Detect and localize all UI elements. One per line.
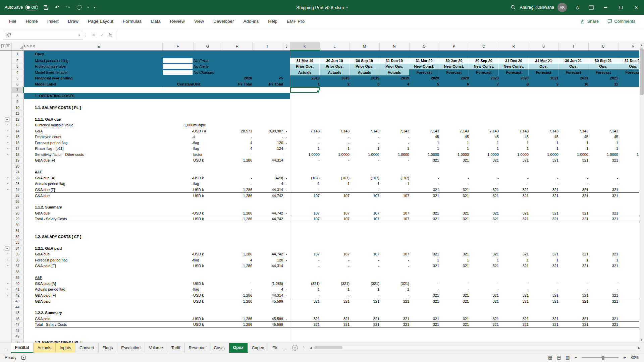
cell-K3[interactable]: Prior Ops. xyxy=(290,64,320,70)
cell-F23[interactable]: - xyxy=(162,181,193,187)
cell-M20[interactable] xyxy=(350,163,379,169)
cell-E39[interactable]: A&F xyxy=(35,275,162,281)
row-header-44[interactable]: 44 xyxy=(11,304,23,310)
cell-L38[interactable] xyxy=(320,269,350,275)
cell-L4[interactable]: Actuals xyxy=(320,69,350,75)
sheet-tab-escalation[interactable]: Escalation xyxy=(117,343,145,353)
cell-S29[interactable]: 321 xyxy=(529,216,558,222)
cell-G16[interactable]: flag xyxy=(193,140,222,146)
cell-O24[interactable]: 321 xyxy=(409,187,439,193)
cell-N34[interactable] xyxy=(379,245,409,251)
cell-H40[interactable]: - xyxy=(222,281,252,287)
cell-O33[interactable] xyxy=(409,240,439,246)
cell-E20[interactable] xyxy=(35,163,162,169)
cell-M25[interactable]: 107 xyxy=(350,193,379,199)
cell-E4[interactable]: Model timeline label xyxy=(35,69,162,75)
cell-Q32[interactable] xyxy=(469,234,499,240)
cell-F37[interactable] xyxy=(162,263,193,269)
column-header-G[interactable]: G xyxy=(193,42,222,50)
cell-O38[interactable] xyxy=(409,269,439,275)
cell-S47[interactable]: 321 xyxy=(529,322,558,328)
cell-I43[interactable]: 45,599 xyxy=(252,298,283,304)
cell-F17[interactable]: - xyxy=(162,146,193,152)
cell-G44[interactable] xyxy=(193,304,222,310)
cell-J15[interactable]: - xyxy=(283,134,290,140)
cell-ABCD12[interactable] xyxy=(23,116,35,122)
cell-N6[interactable]: 4 xyxy=(379,81,409,87)
cell-T20[interactable] xyxy=(558,163,588,169)
cell-L44[interactable] xyxy=(320,304,350,310)
cell-O41[interactable]: - xyxy=(409,287,439,293)
sheet-tab-finstat[interactable]: FinStat xyxy=(11,343,34,353)
row-header-18[interactable]: 18 xyxy=(11,152,23,158)
cell-R46[interactable]: 321 xyxy=(499,316,529,322)
cell-G5[interactable] xyxy=(193,75,222,81)
cell-ABCD23[interactable] xyxy=(23,181,35,187)
cell-I12[interactable] xyxy=(252,116,283,122)
cell-G22[interactable]: USD k xyxy=(193,175,222,181)
cell-G50[interactable] xyxy=(193,339,222,343)
cell-M4[interactable]: Actuals xyxy=(350,69,379,75)
cell-E36[interactable]: Forecast period flag xyxy=(35,257,162,263)
cell-R32[interactable] xyxy=(499,234,529,240)
cell-R40[interactable]: - xyxy=(499,281,529,287)
cell-I25[interactable]: 44,742 xyxy=(252,193,283,199)
cell-O17[interactable]: 1 xyxy=(409,146,439,152)
cell-Q19[interactable]: 321 xyxy=(469,158,499,164)
cell-H45[interactable] xyxy=(222,310,252,316)
row-header-22[interactable]: 22 xyxy=(11,175,23,181)
cell-E40[interactable]: G&A paid [A] xyxy=(35,281,162,287)
close-button[interactable]: × xyxy=(629,0,644,15)
cell-F45[interactable] xyxy=(162,310,193,316)
cell-G13[interactable]: multiple xyxy=(193,122,222,128)
cell-L46[interactable]: 321 xyxy=(320,316,350,322)
cell-N28[interactable]: 107 xyxy=(379,210,409,216)
cell-H3[interactable] xyxy=(222,64,252,70)
cell-J22[interactable]: - xyxy=(283,175,290,181)
cell-U21[interactable] xyxy=(588,169,618,175)
name-box[interactable]: K7 ▾ xyxy=(3,31,83,40)
row-header-34[interactable]: 34 xyxy=(11,245,23,251)
cell-U43[interactable]: 321 xyxy=(588,298,618,304)
cell-I20[interactable] xyxy=(252,163,283,169)
cell-V12[interactable] xyxy=(618,116,639,122)
cell-H19[interactable]: 1,286 xyxy=(222,158,252,164)
cell-U27[interactable] xyxy=(588,204,618,210)
cell-ABCD39[interactable] xyxy=(23,275,35,281)
cell-L15[interactable]: - xyxy=(320,134,350,140)
row-header-24[interactable]: 24 xyxy=(11,187,23,193)
cell-Q40[interactable]: - xyxy=(469,281,499,287)
cell-T33[interactable] xyxy=(558,240,588,246)
cell-J40[interactable]: - xyxy=(283,281,290,287)
cell-P17[interactable]: 1 xyxy=(439,146,469,152)
cell-V13[interactable] xyxy=(618,122,639,128)
cell-U17[interactable]: 1 xyxy=(588,146,618,152)
cell-M32[interactable] xyxy=(350,234,379,240)
row-header-26[interactable]: 26 xyxy=(11,198,23,204)
cell-O6[interactable]: 5 xyxy=(409,81,439,87)
cell-I42[interactable]: 44,314 xyxy=(252,292,283,298)
cell-O39[interactable] xyxy=(409,275,439,281)
cell-L41[interactable]: 1 xyxy=(320,287,350,293)
cell-N39[interactable] xyxy=(379,275,409,281)
cell-P37[interactable]: 321 xyxy=(439,263,469,269)
cell-J31[interactable] xyxy=(283,228,290,234)
cell-P31[interactable] xyxy=(439,228,469,234)
cell-U9[interactable] xyxy=(588,99,618,105)
cell-T46[interactable]: 321 xyxy=(558,316,588,322)
cell-G43[interactable]: USD k xyxy=(193,298,222,304)
cell-H7[interactable] xyxy=(222,87,252,93)
cell-M37[interactable]: - xyxy=(350,263,379,269)
row-header-36[interactable]: 36 xyxy=(11,257,23,263)
cell-I7[interactable] xyxy=(252,87,283,93)
cell-O37[interactable]: 321 xyxy=(409,263,439,269)
cell-I27[interactable] xyxy=(252,204,283,210)
cell-F27[interactable] xyxy=(162,204,193,210)
cell-U30[interactable] xyxy=(588,222,618,228)
cell-G49[interactable] xyxy=(193,334,222,340)
cell-M41[interactable]: 1 xyxy=(350,287,379,293)
cell-O26[interactable] xyxy=(409,198,439,204)
cell-P14[interactable]: 7,143 xyxy=(439,128,469,134)
cell-R22[interactable]: - xyxy=(499,175,529,181)
cell-K46[interactable]: 321 xyxy=(290,316,320,322)
